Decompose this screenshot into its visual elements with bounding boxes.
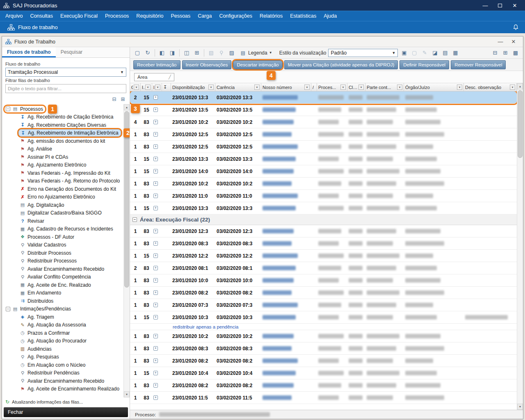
menu-item-execucao-fiscal[interactable]: Execução Fiscal xyxy=(57,11,101,21)
queue-ag-triagem[interactable]: ◈Ag. Triagem xyxy=(18,314,56,320)
group-header-execucao-fiscal[interactable]: −Área: Execução Fiscal (22) xyxy=(130,215,517,225)
copy-grid-icon[interactable]: ◫ xyxy=(183,49,191,57)
expand-row-icon[interactable]: + xyxy=(153,290,158,295)
expand-groups-icon[interactable]: ⊞ xyxy=(501,49,509,57)
expand-row-icon[interactable]: + xyxy=(153,120,158,124)
collapse-group-icon[interactable]: − xyxy=(132,217,137,222)
scroll-down-icon[interactable]: ▼ xyxy=(517,404,523,410)
expand-row-icon[interactable]: + xyxy=(153,241,158,246)
table-row[interactable]: 115+23/01/2020 13:303/02/2020 13:3 xyxy=(130,202,517,215)
tab-fluxos-de-trabalho[interactable]: Fluxos de trabalho xyxy=(2,47,56,57)
menu-item-configuracoes[interactable]: Configurações xyxy=(215,11,256,21)
table-row[interactable]: 115+23/01/2020 10:303/02/2020 10:3 xyxy=(130,311,517,324)
attach-icon[interactable]: ◨ xyxy=(168,49,176,57)
table-row[interactable]: 183+23/01/2020 10:003/02/2020 10:0 xyxy=(130,274,517,287)
queue-redistribuir-processos[interactable]: ⚲Redistribuir Processos xyxy=(18,258,79,264)
expand-row-icon[interactable]: + xyxy=(153,229,158,233)
queue-distribuidos[interactable]: ⇉Distribuídos xyxy=(18,298,55,304)
queue-audiencias[interactable]: ▥Audiências xyxy=(18,346,54,352)
expand-row-icon[interactable]: + xyxy=(153,157,158,161)
action-inserir-observacoes[interactable]: Inserir Observações xyxy=(182,60,232,69)
expand-row-icon[interactable]: + xyxy=(153,253,158,258)
workflow-toolbar-button[interactable]: Fluxo de trabalho xyxy=(4,23,61,32)
table-row[interactable]: 115+23/01/2020 13:503/02/2020 13:5 xyxy=(130,104,517,116)
table-row[interactable]: 183+23/01/2020 08:203/02/2020 08:2 xyxy=(130,379,517,392)
minimize-button[interactable]: — xyxy=(478,1,492,10)
inner-minimize-button[interactable]: — xyxy=(494,38,507,46)
scroll-down-icon[interactable]: ▼ xyxy=(124,391,130,397)
queue-erro-na-geracao-dos-documentos-do-kit[interactable]: ✗Erro na Geração dos Documentos do Kit xyxy=(18,186,118,192)
queue-em-andamento[interactable]: ▦Em Andamento xyxy=(18,290,63,296)
collapse-icon[interactable]: − xyxy=(6,307,10,311)
scrollbar-thumb[interactable] xyxy=(124,111,129,288)
queue-em-atuacao-com-o-nucleo[interactable]: ◷Em Atuação com o Núcleo xyxy=(18,362,87,368)
table-row[interactable]: 483+23/01/2020 10:203/02/2020 10:2 xyxy=(130,116,517,128)
menu-item-estatisticas[interactable]: Estatísticas xyxy=(286,11,320,21)
filter-dropdown-icon[interactable]: ▾ xyxy=(457,84,462,90)
table-row[interactable]: 115+23/01/2020 12:203/02/2020 12:2 xyxy=(130,250,517,262)
scroll-up-icon[interactable]: ▲ xyxy=(517,83,523,89)
queue-ag-aceite-de-encaminhamento-realizado[interactable]: ⚑Ag. Aceite de Encaminhamento Realizado xyxy=(18,386,121,392)
filter-dropdown-icon[interactable]: ▾ xyxy=(358,84,364,90)
flow-select[interactable]: Tramitação Processual ▼ xyxy=(5,68,126,77)
expand-row-icon[interactable]: + xyxy=(153,278,158,283)
export-icon[interactable]: ◪ xyxy=(431,49,439,57)
copy-row-icon[interactable]: ⊞ xyxy=(193,49,201,57)
queue-prazos-a-confirmar[interactable]: ◷Prazos a Confirmar xyxy=(18,330,72,336)
expand-row-icon[interactable]: + xyxy=(153,358,158,363)
filter-dropdown-icon[interactable]: ▾ xyxy=(145,84,151,90)
queue-ag-recebimento-de-citacao-eletronica[interactable]: ↧Ag. Recebimento de Citação Eletrônica xyxy=(18,114,115,120)
queue-erro-no-ajuizamento-eletronico[interactable]: ✗Erro no Ajuizamento Eletrônico xyxy=(18,194,97,200)
filter-input[interactable] xyxy=(5,84,126,93)
expand-row-icon[interactable]: + xyxy=(153,169,158,173)
expand-row-icon[interactable]: + xyxy=(153,315,158,320)
queue-assinar-pi-e-cdas[interactable]: ⚑Assinar PI e CDAs xyxy=(18,154,70,160)
table-row[interactable]: 183+23/01/2020 10:203/02/2020 10:2 xyxy=(130,330,517,342)
print-icon[interactable]: ▤ xyxy=(441,49,449,57)
detach-icon[interactable]: ◧ xyxy=(158,49,166,57)
filter-dropdown-icon[interactable]: ▾ xyxy=(208,84,214,90)
menu-item-arquivo[interactable]: Arquivo xyxy=(2,11,26,21)
filter-dropdown-icon[interactable]: ▾ xyxy=(304,84,310,90)
queue-avaliar-encaminhamento-recebido[interactable]: ⚲Avaliar Encaminhamento Recebido xyxy=(18,378,106,384)
queue-ag-emissao-dos-documentos-do-kit[interactable]: ⚑Ag. emissão dos documentos do kit xyxy=(18,138,107,144)
close-button[interactable]: ✕ xyxy=(508,1,522,10)
menu-item-requisitorio[interactable]: Requisitório xyxy=(132,11,167,21)
queue-ag-cadastro-de-recursos-e-incidentes[interactable]: ▦Ag. Cadastro de Recursos e Incidentes xyxy=(18,226,115,232)
tab-pesquisar[interactable]: Pesquisar xyxy=(56,47,87,57)
table-row[interactable]: 183+23/01/2020 12:503/02/2020 12:5 xyxy=(130,128,517,141)
table-row[interactable]: 215+23/01/2020 13:303/02/2020 13:33 xyxy=(130,91,517,104)
queue-ag-digitalizacao[interactable]: ▤Ag. Digitalização xyxy=(18,202,66,208)
inner-close-button[interactable]: ✕ xyxy=(507,38,520,46)
filter-dropdown-icon[interactable]: ▾ xyxy=(254,84,260,90)
action-remover-responsavel[interactable]: Remover Responsável xyxy=(451,60,506,69)
table-row[interactable]: 183+23/01/2020 10:203/02/2020 10:2 xyxy=(130,178,517,190)
expand-row-icon[interactable]: + xyxy=(153,266,158,270)
queue-varas-federais-ag-impressao-do-kit[interactable]: ⚑Varas Federais - Ag. Impressão do Kit xyxy=(18,170,112,176)
table-row[interactable]: 183+23/01/2020 12:303/02/2020 12:3 xyxy=(130,225,517,237)
maximize-button[interactable] xyxy=(493,1,507,10)
queue-processos-df-autor[interactable]: ❖Processos - DF Autor xyxy=(18,234,76,240)
expand-row-icon[interactable]: + xyxy=(153,95,158,100)
table-row[interactable]: 115+23/01/2020 14:003/02/2020 14:0 xyxy=(130,165,517,178)
expand-row-icon[interactable]: + xyxy=(153,303,158,307)
queue-ag-atuacao-do-procurador[interactable]: ◷Ag. Atuação do Procurador xyxy=(18,338,89,344)
action-mover-para-citacao-atividade-apenas-da-diproj[interactable]: Mover para Citação (atividade apenas da … xyxy=(284,60,398,69)
notes-icon[interactable]: ▨ xyxy=(228,49,236,57)
form-view-icon[interactable]: ▦ xyxy=(451,49,459,57)
queue-ag-recebimento-de-intimacao-eletronica[interactable]: ↧Ag. Recebimento de Intimação Eletrônica… xyxy=(18,129,121,137)
scrollbar-thumb[interactable] xyxy=(518,90,523,158)
new-record-icon[interactable]: ▢ xyxy=(133,49,142,57)
queue-avaliar-conflito-competencia[interactable]: ⚲Avaliar Conflito Competência xyxy=(18,274,93,280)
notifications-bell-icon[interactable] xyxy=(510,24,521,30)
queue-ag-ajuizamento-eletronico[interactable]: ⚑Ag. Ajuizamento Eletrônico xyxy=(18,162,88,168)
table-row[interactable]: 183+23/01/2020 11:003/02/2020 11:0 xyxy=(130,190,517,202)
queue-distribuir-processos[interactable]: ⚲Distribuir Processos xyxy=(18,250,73,256)
expand-row-icon[interactable]: + xyxy=(153,395,158,400)
menu-item-processos[interactable]: Processos xyxy=(101,11,132,21)
table-row[interactable]: 183+23/01/2020 11:503/02/2020 11:5 xyxy=(130,392,517,404)
queue-digitalizar-cadastro-baixa-siggo[interactable]: ▤Digitalizar Cadastro/Baixa SIGGO xyxy=(18,210,104,216)
queue-varas-federais-ag-retorno-do-protocolo[interactable]: ⚑Varas Federais - Ag. Retorno do Protoco… xyxy=(18,178,122,184)
tree-node-processos[interactable]: −▤Processos1 xyxy=(5,106,45,112)
table-scrollbar[interactable]: ▲ ▼ xyxy=(517,83,523,410)
